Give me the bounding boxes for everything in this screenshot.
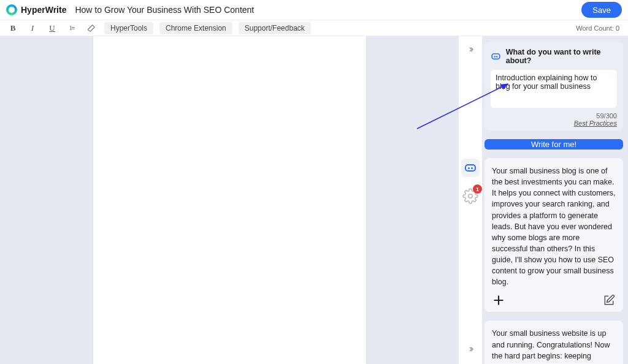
prompt-input[interactable]: [491, 70, 617, 108]
app-header: HyperWrite How to Grow Your Business Wit…: [0, 0, 628, 20]
robot-icon: [491, 53, 500, 59]
best-practices-link[interactable]: Best Practices: [574, 119, 617, 127]
prompt-question: What do you want to write about?: [506, 48, 617, 65]
svg-point-0: [469, 194, 473, 199]
workspace: ›› 1 ›› What do you want to write about?: [0, 36, 628, 364]
side-strip: ›› 1 ››: [459, 36, 482, 364]
hypertools-button[interactable]: HyperTools: [104, 22, 153, 34]
assistant-toggle-button[interactable]: [461, 159, 480, 177]
logo-icon: [6, 4, 17, 15]
brand-name: HyperWrite: [21, 5, 66, 15]
numbered-list-button[interactable]: 1≡: [65, 22, 78, 34]
support-feedback-button[interactable]: Support/Feedback: [239, 22, 311, 34]
document-title[interactable]: How to Grow Your Business With SEO Conte…: [75, 5, 254, 15]
prompt-card: What do you want to write about? 59/300 …: [484, 42, 623, 131]
suggestion-card: Your small business blog is one of the b…: [484, 158, 623, 312]
insert-suggestion-button[interactable]: [492, 294, 505, 307]
format-toolbar: B I U 1≡ HyperTools Chrome Extension Sup…: [0, 20, 628, 36]
collapse-panel-icon[interactable]: ››: [469, 44, 472, 55]
expand-panel-icon[interactable]: ››: [469, 343, 472, 354]
notification-badge: 1: [473, 184, 482, 194]
suggestion-text: Your small business website is up and ru…: [492, 328, 616, 364]
assistant-panel: What do you want to write about? 59/300 …: [482, 36, 628, 364]
settings-button[interactable]: 1: [462, 188, 478, 204]
chrome-extension-button[interactable]: Chrome Extension: [159, 22, 232, 34]
write-for-me-button[interactable]: Write for me!: [484, 139, 623, 150]
suggestion-text: Your small business blog is one of the b…: [492, 165, 616, 287]
plus-icon: [492, 294, 505, 306]
edit-suggestion-button[interactable]: [602, 294, 616, 307]
save-button[interactable]: Save: [581, 2, 622, 18]
underline-button[interactable]: U: [45, 22, 59, 34]
editor-pane: [0, 36, 459, 364]
suggestion-card: Your small business website is up and ru…: [484, 320, 623, 364]
prompt-heading: What do you want to write about?: [491, 48, 617, 65]
bold-button[interactable]: B: [6, 22, 20, 34]
robot-icon: [465, 164, 476, 172]
italic-button[interactable]: I: [26, 22, 39, 34]
brand-logo[interactable]: HyperWrite: [6, 4, 66, 15]
char-counter: 59/300: [596, 112, 617, 119]
word-count: Word Count: 0: [576, 25, 619, 32]
document-canvas[interactable]: [93, 36, 366, 364]
eraser-button[interactable]: [85, 22, 98, 34]
edit-icon: [603, 294, 615, 306]
